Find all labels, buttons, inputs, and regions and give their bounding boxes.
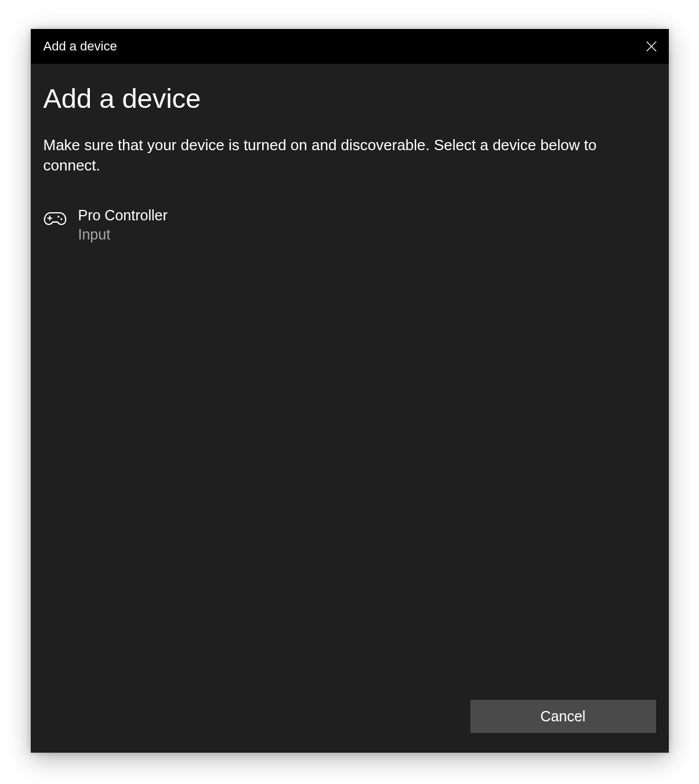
page-heading: Add a device [44,82,656,114]
cancel-button[interactable]: Cancel [470,700,656,733]
add-device-dialog: Add a device Add a device Make sure that… [31,29,669,753]
close-button[interactable] [634,29,669,64]
device-list: Pro Controller Input [44,204,656,700]
titlebar: Add a device [31,29,669,64]
device-item[interactable]: Pro Controller Input [44,204,656,246]
gamepad-icon [44,207,67,230]
dialog-footer: Cancel [31,700,669,753]
instruction-text: Make sure that your device is turned on … [44,135,656,176]
svg-point-4 [57,216,59,217]
dialog-content: Add a device Make sure that your device … [31,64,669,700]
device-type: Input [78,225,168,244]
device-info: Pro Controller Input [78,206,168,244]
device-name: Pro Controller [78,206,168,225]
close-icon [645,40,658,53]
titlebar-title: Add a device [44,39,117,54]
svg-point-5 [60,218,62,220]
